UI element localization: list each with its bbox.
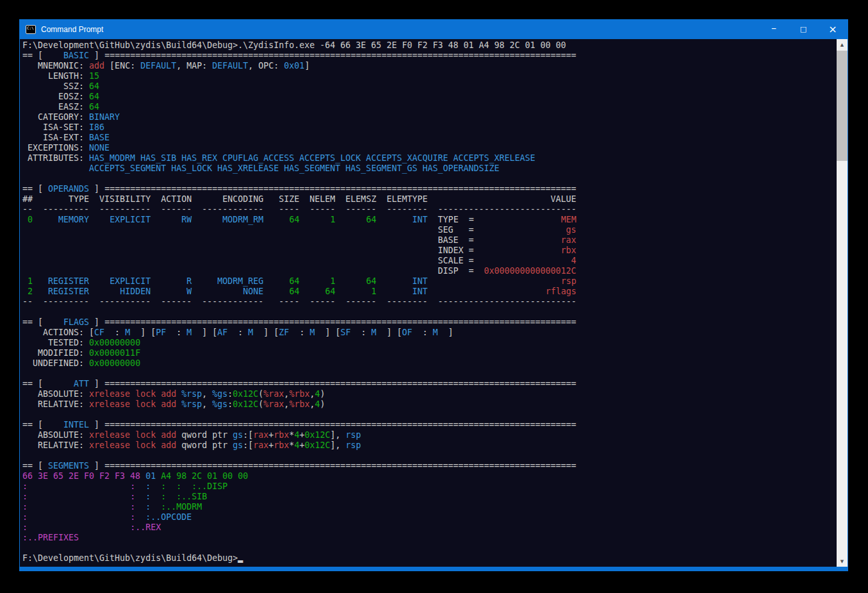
terminal-line: UNDEFINED: 0x00000000 <box>22 358 837 369</box>
terminal-line: RELATIVE: xrelease lock add %rsp, %gs:0x… <box>22 399 837 410</box>
command-prompt-window: C:\ Command Prompt – □ × F:\Development\… <box>19 19 848 571</box>
window-controls: – □ × <box>759 19 848 39</box>
window-content: F:\Development\GitHub\zydis\Build64\Debu… <box>20 39 848 567</box>
scrollbar-up-button[interactable]: ▲ <box>837 39 848 50</box>
scrollbar-track[interactable] <box>837 50 848 556</box>
terminal-line: == [ SEGMENTS ] ========================… <box>22 461 837 471</box>
terminal-line <box>22 543 837 553</box>
terminal-line: :..PREFIXES <box>22 533 837 543</box>
terminal-line <box>22 369 837 379</box>
terminal-line: 2 REGISTER HIDDEN W NONE 64 64 1 INT rfl… <box>22 287 837 297</box>
window-title: Command Prompt <box>41 25 103 34</box>
terminal-line: == [ INTEL ] ===========================… <box>22 420 837 430</box>
terminal-line: : : :..OPCODE <box>22 512 837 522</box>
terminal-line: EASZ: 64 <box>22 102 837 112</box>
command-prompt-icon-label: C:\ <box>27 26 34 30</box>
terminal-line: : : : :..MODRM <box>22 502 837 512</box>
terminal-line: ACTIONS: [CF : M ] [PF : M ] [AF : M ] [… <box>22 328 837 338</box>
titlebar-left: C:\ Command Prompt <box>20 19 103 39</box>
terminal-line: : :..REX <box>22 522 837 533</box>
command-prompt-icon: C:\ <box>26 25 36 34</box>
terminal-line: == [ FLAGS ] ===========================… <box>22 317 837 328</box>
terminal-line: ACCEPTS_SEGMENT HAS_LOCK HAS_XRELEASE HA… <box>22 163 837 174</box>
scrollbar-down-button[interactable]: ▼ <box>837 556 848 567</box>
terminal-line: : : : : :..SIB <box>22 492 837 502</box>
terminal-line: ## TYPE VISIBILITY ACTION ENCODING SIZE … <box>22 194 837 205</box>
terminal-line: SCALE = 4 <box>22 256 837 266</box>
terminal-line: : : : : : :..DISP <box>22 481 837 492</box>
terminal-line: -- --------- ---------- ------ ---------… <box>22 297 837 307</box>
scrollbar-thumb[interactable] <box>837 51 848 161</box>
terminal-line: BASE = rax <box>22 235 837 246</box>
terminal-line <box>22 410 837 420</box>
terminal-line: INDEX = rbx <box>22 246 837 256</box>
terminal-line: == [ OPERANDS ] ========================… <box>22 184 837 194</box>
terminal-line: F:\Development\GitHub\zydis\Build64\Debu… <box>22 40 837 51</box>
maximize-button[interactable]: □ <box>789 19 818 39</box>
window-border-bottom <box>20 567 848 571</box>
terminal-line: 1 REGISTER EXPLICIT R MODRM_REG 64 1 64 … <box>22 276 837 287</box>
titlebar[interactable]: C:\ Command Prompt – □ × <box>20 19 848 39</box>
terminal-line: == [ ATT ] =============================… <box>22 379 837 389</box>
scrollbar[interactable]: ▲ ▼ <box>837 39 848 567</box>
terminal-output[interactable]: F:\Development\GitHub\zydis\Build64\Debu… <box>20 39 837 567</box>
terminal-line <box>22 174 837 184</box>
terminal-line: MNEMONIC: add [ENC: DEFAULT, MAP: DEFAUL… <box>22 61 837 71</box>
terminal-line: 66 3E 65 2E F0 F2 F3 48 01 A4 98 2C 01 0… <box>22 471 837 481</box>
terminal-line: LENGTH: 15 <box>22 71 837 81</box>
terminal-line: RELATIVE: xrelease lock add qword ptr gs… <box>22 440 837 451</box>
terminal-line: == [ BASIC ] ===========================… <box>22 51 837 61</box>
terminal-line: ABSOLUTE: xrelease lock add %rsp, %gs:0x… <box>22 389 837 399</box>
terminal-line: ISA-SET: I86 <box>22 122 837 133</box>
terminal-line: 0 MEMORY EXPLICIT RW MODRM_RM 64 1 64 IN… <box>22 215 837 225</box>
terminal-line: SSZ: 64 <box>22 81 837 92</box>
terminal-line: TESTED: 0x00000000 <box>22 338 837 348</box>
terminal-line: ABSOLUTE: xrelease lock add qword ptr gs… <box>22 430 837 440</box>
terminal-line: SEG = gs <box>22 225 837 235</box>
terminal-line: EXCEPTIONS: NONE <box>22 143 837 153</box>
terminal-line <box>22 307 837 317</box>
terminal-line: -- --------- ---------- ------ ---------… <box>22 205 837 215</box>
terminal-line <box>22 451 837 461</box>
minimize-button[interactable]: – <box>759 19 789 39</box>
terminal-line: MODIFIED: 0x0000011F <box>22 348 837 358</box>
terminal-line: CATEGORY: BINARY <box>22 112 837 122</box>
terminal-line: ATTRIBUTES: HAS_MODRM HAS_SIB HAS_REX CP… <box>22 153 837 163</box>
terminal-line: F:\Development\GitHub\zydis\Build64\Debu… <box>22 553 837 564</box>
terminal-line: EOSZ: 64 <box>22 92 837 102</box>
terminal-line: ISA-EXT: BASE <box>22 133 837 143</box>
close-button[interactable]: × <box>818 19 848 39</box>
terminal-line: DISP = 0x000000000000012C <box>22 266 837 276</box>
